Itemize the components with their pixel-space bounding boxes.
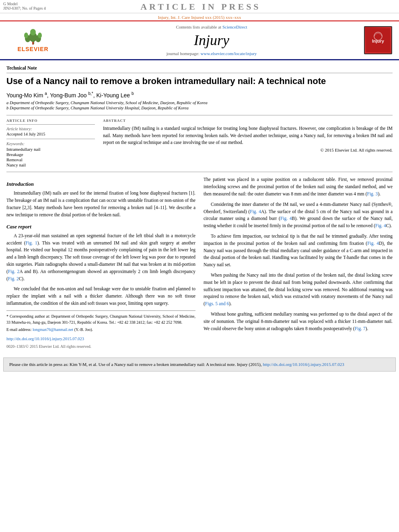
fig3-link[interactable]: Fig. 3 — [367, 191, 378, 196]
corresponding-label: * Corresponding author at: — [6, 314, 50, 318]
case-para1: A 23-year-old man sustained an open segm… — [6, 232, 195, 283]
abstract-text: Intramedullary (IM) nailing is a standar… — [103, 125, 393, 146]
right-para3: To achieve firm impaction, our technical… — [204, 233, 393, 269]
main-content: Technical Note Use of a Nancy nail to re… — [0, 60, 399, 353]
right-para1: The patient was placed in a supine posit… — [204, 176, 393, 197]
keyword-3: Removal — [6, 157, 95, 162]
body-text: Introduction Intramedullary (IM) nails a… — [6, 176, 393, 349]
fig7-link[interactable]: Fig. 7 — [355, 326, 366, 331]
affiliation-b: b Department of Orthopedic Surgery, Chun… — [6, 106, 393, 110]
fig2c-link[interactable]: Fig. 2 — [8, 276, 19, 281]
abstract-title: Abstract — [103, 119, 393, 123]
svg-point-6 — [30, 29, 36, 35]
injury-logo: Injury — [364, 26, 392, 54]
injury-logo-area: Injury — [362, 26, 394, 54]
right-para5: Without bone grafting, sufficient medull… — [204, 311, 393, 332]
email-label: E-mail address: — [6, 327, 31, 332]
separator-2 — [6, 172, 393, 172]
footnote-section: * Corresponding author at: Department of… — [6, 310, 195, 333]
fig2ab-link[interactable]: Fig. 2 — [8, 269, 20, 274]
right-para2: Considering the inner diameter of the IM… — [204, 201, 393, 230]
abstract-col: Abstract Intramedullary (IM) nailing is … — [103, 119, 393, 168]
keywords-section: Keywords: Intramedullary nail Breakage R… — [6, 142, 95, 167]
keyword-2: Breakage — [6, 152, 95, 157]
injury-logo-icon: Injury — [366, 28, 390, 52]
sciencedirect-link[interactable]: ScienceDirect — [222, 25, 247, 29]
svg-text:Injury: Injury — [372, 39, 385, 43]
doi-line: http://dx.doi.org/10.1016/j.injury.2015.… — [6, 336, 195, 342]
fig4b-link[interactable]: Fig. 4 — [280, 216, 292, 221]
copyright-text: © 2015 Elsevier Ltd. All rights reserved… — [103, 148, 393, 152]
email-suffix: (Y.-B. Joo). — [74, 327, 93, 332]
citation-footer-doi-link[interactable]: http://dx.doi.org/10.1016/j.injury.2015.… — [263, 362, 344, 367]
fig4a-link[interactable]: Fig. 4 — [250, 209, 261, 214]
elsevier-logo: ELSEVIER — [9, 28, 57, 52]
article-info-col: Article Info Article history: Accepted 1… — [6, 119, 95, 168]
fig1-link[interactable]: Fig. 1 — [25, 240, 37, 245]
keyword-4: Nancy nail — [6, 162, 95, 167]
affiliations: a Department of Orthopedic Surgery, Chun… — [6, 101, 393, 110]
model-label: G Model JINJ-6307; No. of Pages 4 — [3, 2, 46, 10]
journal-homepage: journal homepage: www.elsevier.com/locat… — [61, 51, 362, 56]
homepage-link[interactable]: www.elsevier.com/locate/injury — [201, 51, 257, 56]
issn-line: 0020–1383/© 2015 Elsevier Ltd. All right… — [6, 343, 195, 350]
right-para4: When pushing the Nancy nail into the dis… — [204, 272, 393, 308]
g-model-text: G Model — [3, 2, 46, 6]
article-title: Use of a Nancy nail to remove a broken i… — [6, 76, 393, 87]
keywords-label: Keywords: — [6, 142, 95, 146]
fig4d-link[interactable]: Fig. 4 — [367, 241, 379, 246]
fig4c-link[interactable]: Fig. 4 — [375, 223, 386, 228]
svg-rect-8 — [32, 43, 33, 45]
corresponding-note: * Corresponding author at: Department of… — [6, 313, 195, 326]
citation-footer-text: Please cite this article in press as: Ki… — [9, 362, 262, 367]
history-label: Article history: — [6, 127, 95, 131]
citation-line: Injury, Int. J. Care Injured xxx (2015) … — [0, 13, 399, 21]
affiliation-a: a Department of Orthopedic Surgery, Chun… — [6, 101, 393, 105]
citation-footer: Please cite this article in press as: Ki… — [3, 357, 396, 372]
citation-text: Injury, Int. J. Care Injured xxx (2015) … — [158, 15, 241, 20]
journal-title: Injury — [61, 32, 362, 49]
introduction-heading: Introduction — [6, 180, 195, 188]
article-in-press-banner: ARTICLE IN PRESS — [140, 2, 261, 12]
email-link[interactable]: longman76@hanmail.net — [33, 327, 73, 332]
authors: Young-Mo Kim a, Yong-Bum Joo b,*, Ki-You… — [6, 91, 393, 99]
doi-link[interactable]: http://dx.doi.org/10.1016/j.injury.2015.… — [6, 337, 84, 341]
body-left-col: Introduction Intramedullary (IM) nails a… — [6, 176, 195, 349]
journal-header: ELSEVIER Contents lists available at Sci… — [0, 21, 399, 60]
section-type: Technical Note — [6, 65, 393, 73]
case-report-heading: Case report — [6, 223, 195, 231]
intro-para1: Intramedullary (IM) nails are used for t… — [6, 190, 195, 218]
fig56-link[interactable]: Figs. 5 and 6 — [205, 301, 229, 306]
journal-code: JINJ-6307; No. of Pages 4 — [3, 6, 46, 10]
info-abstract-section: Article Info Article history: Accepted 1… — [6, 119, 393, 168]
keyword-1: Intramedullary nail — [6, 147, 95, 152]
svg-point-5 — [38, 33, 42, 38]
journal-header-center: Contents lists available at ScienceDirec… — [61, 25, 362, 56]
top-bar: G Model JINJ-6307; No. of Pages 4 ARTICL… — [0, 0, 399, 13]
homepage-label: journal homepage: — [167, 51, 200, 56]
case-para2: We concluded that the non-union and nail… — [6, 286, 195, 307]
elsevier-text: ELSEVIER — [17, 46, 48, 52]
article-info-title: Article Info — [6, 119, 95, 123]
elsevier-logo-area: ELSEVIER — [5, 28, 61, 52]
email-note: E-mail address: longman76@hanmail.net (Y… — [6, 327, 195, 333]
elsevier-tree-icon — [22, 28, 44, 45]
contents-label: Contents lists available at — [176, 25, 221, 29]
body-right-col: The patient was placed in a supine posit… — [204, 176, 393, 349]
accepted-date: Accepted 14 July 2015 — [6, 132, 95, 136]
separator-1 — [6, 115, 393, 115]
contents-available-text: Contents lists available at ScienceDirec… — [61, 25, 362, 29]
svg-point-4 — [24, 33, 28, 38]
